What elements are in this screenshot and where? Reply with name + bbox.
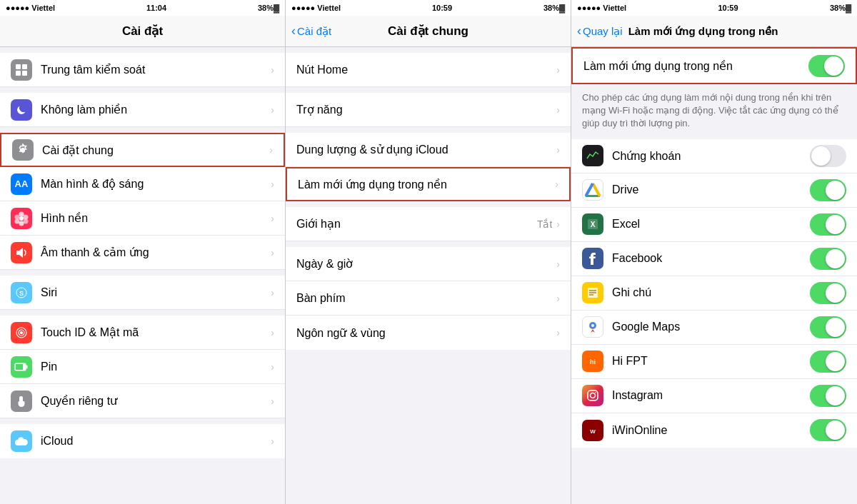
time-2: 10:59 (432, 4, 452, 12)
chevron-cai-dat-chung: › (269, 144, 273, 156)
item-label-man-hinh: Màn hình & độ sáng (41, 177, 271, 191)
thumb-drive (826, 181, 845, 200)
back-label-2: Cài đặt (297, 25, 331, 38)
item-icloud[interactable]: iCloud › (0, 424, 285, 458)
item-lam-moi[interactable]: Làm mới ứng dụng trong nền › (286, 167, 571, 201)
chevron-lam-moi: › (555, 178, 558, 190)
item-drive[interactable]: Drive (571, 173, 857, 208)
item-ghi-chu[interactable]: Ghi chú (571, 276, 857, 311)
toggle-excel[interactable] (810, 213, 846, 236)
value-gioi-han: Tắt (537, 218, 552, 230)
main-toggle[interactable] (808, 55, 845, 77)
label-dung-luong: Dung lượng & sử dụng iCloud (296, 143, 556, 156)
signal-2: ●●●●● Viettel (291, 4, 341, 12)
flower-icon (11, 208, 32, 229)
label-ngay-gio: Ngày & giờ (296, 257, 556, 271)
item-tro-nang[interactable]: Trợ năng › (286, 93, 571, 127)
item-man-hinh[interactable]: AA Màn hình & độ sáng › (0, 167, 285, 201)
hi-fpt-icon: hi (582, 351, 603, 372)
item-quyen-rieng-tu[interactable]: Quyền riêng tư › (0, 384, 285, 418)
svg-point-17 (21, 331, 23, 333)
item-label-cai-dat-chung: Cài đặt chung (42, 143, 269, 157)
chevron-hinh-nen: › (271, 213, 274, 224)
item-nut-home[interactable]: Nút Home › (286, 53, 571, 87)
svg-rect-3 (22, 71, 27, 76)
back-button-3[interactable]: ‹ Quay lại (577, 24, 623, 39)
toggle-google-maps[interactable] (810, 316, 846, 338)
item-instagram[interactable]: Instagram (571, 379, 857, 413)
chevron-tro-nang: › (556, 104, 560, 116)
item-label-quyen-rieng-tu: Quyền riêng tư (41, 394, 271, 408)
toggle-chung-khoan[interactable] (810, 145, 846, 167)
time-3: 10:59 (718, 4, 738, 12)
status-bar-1: ●●●●● Viettel 11:04 38%▓ (0, 0, 285, 16)
item-hinh-nen[interactable]: Hình nền › (0, 201, 285, 236)
battery-2: 38%▓ (543, 4, 565, 12)
item-iwin-online[interactable]: W iWinOnline (571, 413, 857, 448)
thumb-instagram (826, 386, 845, 405)
svg-rect-1 (22, 64, 27, 69)
item-khong-lam-phien[interactable]: Không làm phiền › (0, 93, 285, 127)
item-google-maps[interactable]: Google Maps (571, 311, 857, 345)
aa-icon: AA (11, 173, 32, 195)
chevron-pin: › (271, 361, 274, 373)
toggle-facebook[interactable] (810, 248, 846, 270)
item-facebook[interactable]: Facebook (571, 242, 857, 276)
label-drive: Drive (612, 183, 810, 196)
svg-point-5 (19, 211, 24, 216)
settings-list-3: Làm mới ứng dụng trong nền Cho phép các … (571, 47, 857, 504)
chevron-siri: › (271, 287, 274, 298)
label-ghi-chu: Ghi chú (612, 286, 810, 299)
item-trung-tam[interactable]: Trung tâm kiểm soát › (0, 53, 285, 87)
svg-point-9 (15, 218, 20, 223)
item-ban-phim[interactable]: Bàn phím › (286, 281, 571, 316)
item-am-thanh[interactable]: Âm thanh & cảm ứng › (0, 236, 285, 270)
gear-icon (12, 139, 34, 161)
time-1: 11:04 (146, 4, 166, 12)
ghi-chu-icon (582, 282, 603, 303)
toggle-hi-fpt[interactable] (810, 351, 846, 373)
toggle-instagram[interactable] (810, 385, 846, 407)
signal-3: ●●●●● Viettel (577, 4, 626, 12)
label-tro-nang: Trợ năng (296, 103, 556, 116)
panel-lam-moi: ●●●●● Viettel 10:59 38%▓ ‹ Quay lại Làm … (571, 0, 857, 504)
panel-cai-dat-chung: ●●●●● Viettel 10:59 38%▓ ‹ Cài đặt Cài đ… (286, 0, 571, 504)
item-pin[interactable]: Pin › (0, 350, 285, 384)
svg-text:S: S (19, 290, 24, 297)
item-cai-dat-chung[interactable]: Cài đặt chung › (0, 133, 285, 167)
thumb-chung-khoan (811, 146, 831, 166)
toggle-iwin[interactable] (810, 419, 846, 441)
chevron-nut-home: › (556, 64, 560, 76)
svg-point-36 (595, 392, 596, 393)
thumb-ghi-chu (826, 283, 845, 303)
excel-icon: X (582, 213, 603, 235)
item-hi-fpt[interactable]: hi Hi FPT (571, 345, 857, 379)
settings-list-2: Nút Home › Trợ năng › Dung lượng & sử dụ… (286, 47, 571, 504)
item-touch-id[interactable]: Touch ID & Mật mã › (0, 316, 285, 350)
item-label-trung-tam: Trung tâm kiểm soát (41, 63, 271, 76)
svg-point-10 (15, 214, 20, 219)
thumb-excel (826, 215, 845, 234)
item-label-touch-id: Touch ID & Mật mã (41, 326, 271, 339)
item-ngay-gio[interactable]: Ngày & giờ › (286, 247, 571, 281)
label-nut-home: Nút Home (296, 64, 556, 76)
toggle-drive[interactable] (810, 179, 846, 201)
item-chung-khoan[interactable]: Chứng khoán (571, 139, 857, 173)
thumb-hi-fpt (826, 352, 845, 371)
item-dung-luong-icloud[interactable]: Dung lượng & sử dụng iCloud › (286, 133, 571, 167)
item-siri[interactable]: S Siri › (0, 276, 285, 310)
item-excel[interactable]: X Excel (571, 208, 857, 242)
speaker-icon (11, 242, 32, 263)
instagram-icon (582, 385, 603, 406)
svg-point-6 (24, 214, 29, 219)
toggle-ghi-chu[interactable] (810, 282, 846, 304)
item-gioi-han[interactable]: Giới hạn Tắt › (286, 207, 571, 241)
chevron-ngay-gio: › (556, 258, 560, 270)
svg-rect-2 (16, 71, 21, 76)
chevron-man-hinh: › (271, 178, 274, 190)
battery-icon (11, 356, 32, 378)
item-ngon-ngu[interactable]: Ngôn ngữ & vùng › (286, 316, 571, 350)
status-bar-2: ●●●●● Viettel 10:59 38%▓ (286, 0, 571, 16)
back-button-2[interactable]: ‹ Cài đặt (291, 24, 331, 39)
chevron-ngon-ngu: › (556, 327, 560, 338)
